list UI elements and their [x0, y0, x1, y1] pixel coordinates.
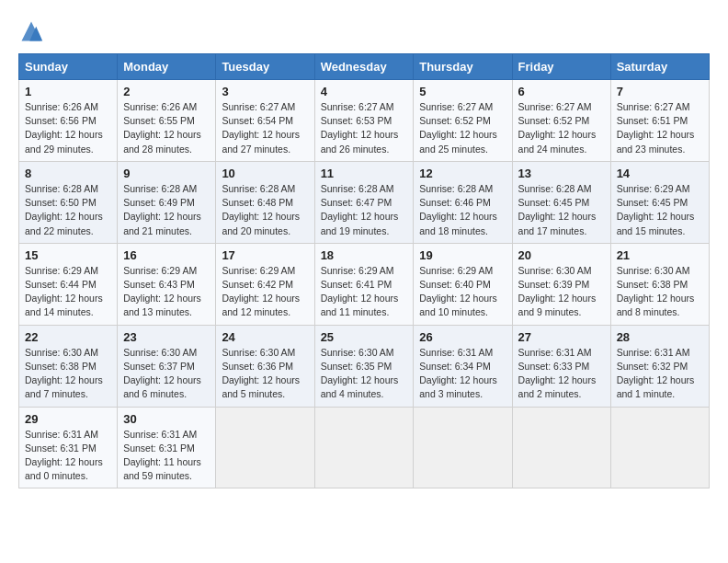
day-info: Sunrise: 6:31 AM Sunset: 6:33 PM Dayligh… [518, 346, 605, 402]
day-info: Sunrise: 6:31 AM Sunset: 6:34 PM Dayligh… [419, 346, 506, 402]
calendar-cell: 14Sunrise: 6:29 AM Sunset: 6:45 PM Dayli… [610, 161, 709, 243]
day-info: Sunrise: 6:28 AM Sunset: 6:46 PM Dayligh… [419, 182, 506, 238]
calendar-cell: 11Sunrise: 6:28 AM Sunset: 6:47 PM Dayli… [314, 161, 414, 243]
calendar-table: SundayMondayTuesdayWednesdayThursdayFrid… [18, 53, 710, 488]
calendar-cell: 16Sunrise: 6:29 AM Sunset: 6:43 PM Dayli… [118, 243, 216, 325]
calendar-cell: 30Sunrise: 6:31 AM Sunset: 6:31 PM Dayli… [118, 407, 216, 488]
calendar-cell: 2Sunrise: 6:26 AM Sunset: 6:55 PM Daylig… [118, 80, 216, 162]
day-info: Sunrise: 6:28 AM Sunset: 6:45 PM Dayligh… [518, 182, 605, 238]
day-info: Sunrise: 6:29 AM Sunset: 6:41 PM Dayligh… [321, 264, 408, 320]
calendar-cell [314, 407, 414, 488]
calendar-week-5: 29Sunrise: 6:31 AM Sunset: 6:31 PM Dayli… [19, 407, 710, 488]
day-number: 3 [222, 85, 308, 98]
day-number: 23 [123, 330, 210, 344]
day-info: Sunrise: 6:29 AM Sunset: 6:45 PM Dayligh… [617, 182, 703, 238]
day-info: Sunrise: 6:30 AM Sunset: 6:37 PM Dayligh… [123, 346, 210, 402]
calendar-cell: 29Sunrise: 6:31 AM Sunset: 6:31 PM Dayli… [19, 407, 118, 488]
day-info: Sunrise: 6:29 AM Sunset: 6:42 PM Dayligh… [222, 264, 308, 320]
page-header [18, 18, 710, 44]
calendar-cell: 23Sunrise: 6:30 AM Sunset: 6:37 PM Dayli… [118, 325, 216, 407]
day-info: Sunrise: 6:30 AM Sunset: 6:36 PM Dayligh… [222, 346, 308, 402]
day-number: 5 [419, 85, 506, 98]
day-info: Sunrise: 6:27 AM Sunset: 6:52 PM Dayligh… [419, 100, 506, 156]
weekday-header-thursday: Thursday [414, 54, 512, 80]
day-number: 29 [25, 412, 111, 426]
day-number: 8 [25, 167, 111, 180]
calendar-cell: 19Sunrise: 6:29 AM Sunset: 6:40 PM Dayli… [414, 243, 512, 325]
calendar-cell: 9Sunrise: 6:28 AM Sunset: 6:49 PM Daylig… [118, 161, 216, 243]
day-number: 4 [321, 85, 408, 98]
weekday-header-friday: Friday [512, 54, 610, 80]
calendar-cell: 24Sunrise: 6:30 AM Sunset: 6:36 PM Dayli… [216, 325, 314, 407]
day-number: 20 [518, 248, 605, 262]
day-number: 22 [25, 330, 111, 344]
logo-icon [18, 18, 44, 44]
calendar-week-1: 1Sunrise: 6:26 AM Sunset: 6:56 PM Daylig… [19, 80, 710, 162]
day-number: 19 [419, 248, 506, 262]
day-number: 28 [617, 330, 703, 344]
calendar-cell: 7Sunrise: 6:27 AM Sunset: 6:51 PM Daylig… [610, 80, 709, 162]
day-number: 16 [123, 248, 210, 262]
day-info: Sunrise: 6:31 AM Sunset: 6:31 PM Dayligh… [123, 428, 210, 484]
day-info: Sunrise: 6:30 AM Sunset: 6:39 PM Dayligh… [518, 264, 605, 320]
day-number: 26 [419, 330, 506, 344]
calendar-cell: 20Sunrise: 6:30 AM Sunset: 6:39 PM Dayli… [512, 243, 610, 325]
weekday-header-sunday: Sunday [19, 54, 118, 80]
day-info: Sunrise: 6:30 AM Sunset: 6:38 PM Dayligh… [617, 264, 703, 320]
calendar-cell [610, 407, 709, 488]
day-number: 7 [617, 85, 703, 98]
day-info: Sunrise: 6:28 AM Sunset: 6:48 PM Dayligh… [222, 182, 308, 238]
day-number: 10 [222, 167, 308, 180]
weekday-header-saturday: Saturday [610, 54, 709, 80]
weekday-header-wednesday: Wednesday [314, 54, 414, 80]
calendar-cell [512, 407, 610, 488]
calendar-cell [414, 407, 512, 488]
calendar-cell: 6Sunrise: 6:27 AM Sunset: 6:52 PM Daylig… [512, 80, 610, 162]
day-info: Sunrise: 6:27 AM Sunset: 6:51 PM Dayligh… [617, 100, 703, 156]
calendar-cell [216, 407, 314, 488]
weekday-header-monday: Monday [118, 54, 216, 80]
calendar-cell: 5Sunrise: 6:27 AM Sunset: 6:52 PM Daylig… [414, 80, 512, 162]
weekday-header-tuesday: Tuesday [216, 54, 314, 80]
calendar-cell: 12Sunrise: 6:28 AM Sunset: 6:46 PM Dayli… [414, 161, 512, 243]
day-number: 17 [222, 248, 308, 262]
day-info: Sunrise: 6:28 AM Sunset: 6:47 PM Dayligh… [321, 182, 408, 238]
calendar-week-4: 22Sunrise: 6:30 AM Sunset: 6:38 PM Dayli… [19, 325, 710, 407]
calendar-cell: 18Sunrise: 6:29 AM Sunset: 6:41 PM Dayli… [314, 243, 414, 325]
calendar-cell: 3Sunrise: 6:27 AM Sunset: 6:54 PM Daylig… [216, 80, 314, 162]
calendar-week-2: 8Sunrise: 6:28 AM Sunset: 6:50 PM Daylig… [19, 161, 710, 243]
calendar-cell: 4Sunrise: 6:27 AM Sunset: 6:53 PM Daylig… [314, 80, 414, 162]
day-number: 21 [617, 248, 703, 262]
logo [18, 18, 48, 44]
calendar-cell: 21Sunrise: 6:30 AM Sunset: 6:38 PM Dayli… [610, 243, 709, 325]
day-info: Sunrise: 6:30 AM Sunset: 6:35 PM Dayligh… [321, 346, 408, 402]
day-number: 14 [617, 167, 703, 180]
day-number: 25 [321, 330, 408, 344]
day-number: 9 [123, 167, 210, 180]
day-info: Sunrise: 6:28 AM Sunset: 6:49 PM Dayligh… [123, 182, 210, 238]
calendar-cell: 10Sunrise: 6:28 AM Sunset: 6:48 PM Dayli… [216, 161, 314, 243]
calendar-cell: 13Sunrise: 6:28 AM Sunset: 6:45 PM Dayli… [512, 161, 610, 243]
day-info: Sunrise: 6:28 AM Sunset: 6:50 PM Dayligh… [25, 182, 111, 238]
day-info: Sunrise: 6:27 AM Sunset: 6:52 PM Dayligh… [518, 100, 605, 156]
calendar-cell: 15Sunrise: 6:29 AM Sunset: 6:44 PM Dayli… [19, 243, 118, 325]
day-info: Sunrise: 6:26 AM Sunset: 6:56 PM Dayligh… [25, 100, 111, 156]
calendar-week-3: 15Sunrise: 6:29 AM Sunset: 6:44 PM Dayli… [19, 243, 710, 325]
day-number: 2 [123, 85, 210, 98]
day-info: Sunrise: 6:29 AM Sunset: 6:40 PM Dayligh… [419, 264, 506, 320]
day-info: Sunrise: 6:29 AM Sunset: 6:44 PM Dayligh… [25, 264, 111, 320]
calendar-cell: 26Sunrise: 6:31 AM Sunset: 6:34 PM Dayli… [414, 325, 512, 407]
day-number: 1 [25, 85, 111, 98]
calendar-cell: 27Sunrise: 6:31 AM Sunset: 6:33 PM Dayli… [512, 325, 610, 407]
day-number: 24 [222, 330, 308, 344]
calendar-cell: 8Sunrise: 6:28 AM Sunset: 6:50 PM Daylig… [19, 161, 118, 243]
day-info: Sunrise: 6:27 AM Sunset: 6:54 PM Dayligh… [222, 100, 308, 156]
day-number: 12 [419, 167, 506, 180]
day-number: 27 [518, 330, 605, 344]
day-number: 15 [25, 248, 111, 262]
day-number: 18 [321, 248, 408, 262]
day-info: Sunrise: 6:31 AM Sunset: 6:31 PM Dayligh… [25, 428, 111, 484]
calendar-cell: 28Sunrise: 6:31 AM Sunset: 6:32 PM Dayli… [610, 325, 709, 407]
calendar-cell: 22Sunrise: 6:30 AM Sunset: 6:38 PM Dayli… [19, 325, 118, 407]
day-info: Sunrise: 6:30 AM Sunset: 6:38 PM Dayligh… [25, 346, 111, 402]
